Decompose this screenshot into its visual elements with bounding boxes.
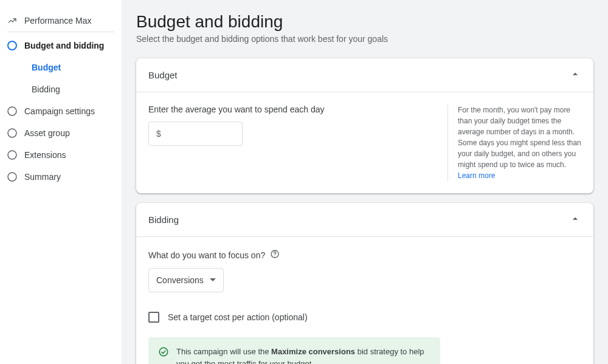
radio-pending-icon bbox=[7, 128, 17, 138]
page-title: Budget and bidding bbox=[136, 12, 593, 32]
budget-help-panel: For the month, you won't pay more than y… bbox=[447, 105, 581, 181]
target-cpa-row: Set a target cost per action (optional) bbox=[148, 312, 581, 323]
bidding-card-body: What do you want to focus on? Conversion… bbox=[136, 237, 593, 364]
sidebar-subitem-budget[interactable]: Budget bbox=[2, 57, 122, 78]
budget-input-wrapper[interactable]: $ bbox=[148, 122, 243, 146]
sidebar-label: Campaign settings bbox=[24, 106, 95, 116]
focus-select[interactable]: Conversions bbox=[148, 268, 224, 292]
bidding-card-header[interactable]: Bidding bbox=[136, 203, 593, 237]
sidebar-item-extensions[interactable]: Extensions bbox=[0, 144, 122, 166]
svg-point-0 bbox=[8, 41, 16, 50]
budget-card-title: Budget bbox=[148, 70, 178, 80]
bidding-card-title: Bidding bbox=[148, 215, 179, 225]
dropdown-arrow-icon bbox=[210, 275, 216, 285]
sidebar-label: Asset group bbox=[24, 128, 70, 138]
trendline-icon bbox=[7, 16, 17, 26]
sidebar-item-asset-group[interactable]: Asset group bbox=[0, 122, 122, 144]
learn-more-link[interactable]: Learn more bbox=[458, 171, 495, 180]
bidding-card: Bidding What do you want to focus on? Co… bbox=[136, 203, 593, 364]
sidebar-item-campaign-settings[interactable]: Campaign settings bbox=[0, 100, 122, 122]
sidebar-label: Extensions bbox=[24, 150, 66, 160]
budget-card-header[interactable]: Budget bbox=[136, 58, 593, 92]
divider bbox=[7, 32, 114, 32]
sidebar-item-budget-and-bidding[interactable]: Budget and bidding bbox=[0, 35, 122, 57]
svg-point-1 bbox=[8, 107, 16, 115]
focus-label: What do you want to focus on? bbox=[148, 250, 265, 260]
budget-help-text: For the month, you won't pay more than y… bbox=[458, 106, 581, 169]
budget-card-body: Enter the average you want to spend each… bbox=[136, 92, 593, 193]
main-content: Budget and bidding Select the budget and… bbox=[122, 0, 608, 364]
currency-symbol: $ bbox=[156, 129, 161, 139]
chevron-up-icon[interactable] bbox=[569, 213, 581, 227]
budget-label: Enter the average you want to spend each… bbox=[148, 105, 435, 114]
sidebar-subitem-bidding[interactable]: Bidding bbox=[2, 78, 122, 100]
svg-point-6 bbox=[275, 256, 275, 256]
budget-card: Budget Enter the average you want to spe… bbox=[136, 58, 593, 193]
help-icon[interactable] bbox=[270, 249, 280, 261]
radio-pending-icon bbox=[7, 106, 17, 116]
budget-input-area: Enter the average you want to spend each… bbox=[148, 105, 447, 181]
svg-point-3 bbox=[8, 151, 16, 159]
sidebar-label: Summary bbox=[24, 172, 61, 182]
check-circle-icon bbox=[158, 346, 169, 359]
budget-input[interactable] bbox=[165, 129, 235, 139]
sidebar-label: Budget and bidding bbox=[24, 41, 104, 50]
svg-point-4 bbox=[8, 173, 16, 181]
sidebar-item-summary[interactable]: Summary bbox=[0, 166, 122, 188]
page-subtitle: Select the budget and bidding options th… bbox=[136, 34, 593, 44]
sidebar-item-performance-max[interactable]: Performance Max bbox=[0, 10, 122, 32]
radio-pending-icon bbox=[7, 150, 17, 160]
strategy-banner: This campaign will use the Maximize conv… bbox=[148, 337, 440, 364]
strategy-message: This campaign will use the Maximize conv… bbox=[176, 346, 430, 364]
focus-select-value: Conversions bbox=[156, 275, 204, 285]
radio-pending-icon bbox=[7, 172, 17, 182]
banner-bold: Maximize conversions bbox=[271, 347, 355, 356]
sidebar: Performance Max Budget and bidding Budge… bbox=[0, 0, 122, 364]
target-cpa-label: Set a target cost per action (optional) bbox=[168, 312, 308, 322]
sidebar-label: Performance Max bbox=[24, 16, 91, 26]
target-cpa-checkbox[interactable] bbox=[148, 312, 159, 323]
sidebar-subitems: Budget Bidding bbox=[0, 57, 122, 100]
svg-point-2 bbox=[8, 129, 16, 137]
chevron-up-icon[interactable] bbox=[569, 68, 581, 82]
radio-current-icon bbox=[7, 41, 17, 50]
svg-point-7 bbox=[159, 348, 168, 356]
banner-prefix: This campaign will use the bbox=[176, 347, 271, 356]
focus-label-row: What do you want to focus on? bbox=[148, 249, 581, 261]
